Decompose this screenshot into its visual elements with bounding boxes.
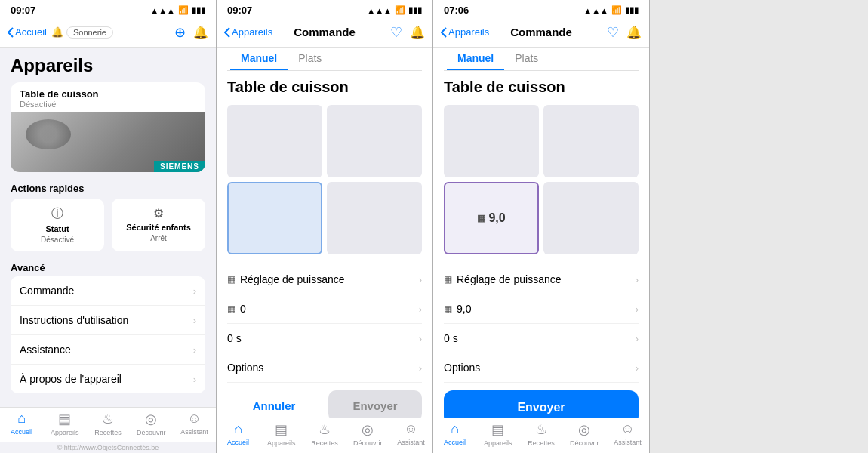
tab-manuel-3[interactable]: Manuel	[447, 48, 504, 70]
options-label-2: Options	[227, 362, 263, 374]
tab-label-recettes-3: Recettes	[528, 439, 555, 447]
back-button-1[interactable]: Accueil	[8, 26, 47, 38]
puissance-label-2: Réglage de puissance	[240, 273, 345, 285]
envoyer-button-2[interactable]: Envoyer	[328, 390, 422, 418]
tab-accueil-2[interactable]: ⌂ Accueil	[217, 421, 260, 447]
tab-decouvrir-1[interactable]: ◎ Découvrir	[130, 411, 173, 436]
info-row-options-2[interactable]: Options ›	[227, 353, 422, 383]
appareils-icon-3: ▤	[491, 421, 504, 438]
device-card-1[interactable]: Table de cuisson Désactivé SIEMENS	[11, 82, 205, 172]
recettes-icon-1: ♨	[102, 411, 114, 427]
status-time-1: 09:07	[11, 5, 35, 16]
value-label-2: 0	[240, 303, 246, 315]
tab-label-accueil-3: Accueil	[444, 439, 466, 446]
securite-icon: ⚙	[153, 206, 164, 220]
info-row-options-3[interactable]: Options ›	[444, 353, 639, 383]
value-label-3: 9,0	[457, 303, 471, 315]
tab-bar-2: ⌂ Accueil ▤ Appareils ♨ Recettes ◎ Décou…	[217, 418, 432, 453]
chevron-options-3: ›	[636, 362, 639, 374]
row-left-puissance-2: ▦ Réglage de puissance	[227, 273, 345, 285]
bell-icon-2[interactable]: 🔔	[410, 25, 425, 39]
info-row-time-2[interactable]: 0 s ›	[227, 324, 422, 353]
tab-assistant-1[interactable]: ☺ Assistant	[173, 411, 216, 436]
heart-icon-2[interactable]: ♡	[390, 24, 402, 41]
list-row-commande[interactable]: Commande ›	[11, 276, 205, 306]
statut-value: Désactivé	[41, 236, 74, 244]
back-button-3[interactable]: Appareils	[441, 26, 489, 38]
info-row-value-2[interactable]: ▦ 0 ›	[227, 294, 422, 324]
tab-appareils-3[interactable]: ▤ Appareils	[476, 421, 519, 447]
list-row-apropos[interactable]: À propos de l'appareil ›	[11, 365, 205, 393]
decouvrir-icon-2: ◎	[362, 421, 374, 438]
tab-recettes-2[interactable]: ♨ Recettes	[303, 421, 346, 447]
tab-decouvrir-2[interactable]: ◎ Découvrir	[346, 421, 389, 447]
envoyer-button-3[interactable]: Envoyer	[444, 390, 639, 418]
nav-icons-right-2: ♡ 🔔	[390, 24, 425, 41]
add-icon-1[interactable]: ⊕	[174, 24, 186, 41]
pan-visual	[26, 119, 71, 149]
tab-manuel-2[interactable]: Manuel	[230, 48, 288, 70]
tab-plats-3[interactable]: Plats	[504, 48, 549, 70]
bell-icon-3[interactable]: 🔔	[626, 25, 642, 39]
list-row-instructions[interactable]: Instructions d'utilisation ›	[11, 306, 205, 335]
nav-bar-3: Appareils Commande ♡ 🔔	[433, 19, 649, 48]
burner-bottom-left-2[interactable]	[227, 182, 322, 254]
action-securite[interactable]: ⚙ Sécurité enfants Arrêt	[112, 199, 205, 251]
bar-icon-puissance-3: ▦	[444, 274, 452, 285]
burner-top-right-2[interactable]	[327, 105, 422, 177]
section-title-2: Table de cuisson	[227, 79, 422, 96]
info-row-value-3[interactable]: ▦ 9,0 ›	[444, 294, 639, 324]
panel3-content: Manuel Plats Table de cuisson ▦ 9,0 ▦ Ré…	[433, 48, 649, 418]
tab-recettes-1[interactable]: ♨ Recettes	[86, 411, 129, 436]
tab-label-recettes-1: Recettes	[94, 429, 122, 436]
heart-icon-3[interactable]: ♡	[607, 24, 619, 41]
tab-appareils-1[interactable]: ▤ Appareils	[43, 411, 86, 436]
annuler-button-2[interactable]: Annuler	[227, 390, 321, 418]
burner-grid-3: ▦ 9,0	[444, 105, 639, 254]
avance-label: Avancé	[11, 262, 205, 273]
burner-bottom-right-3[interactable]	[543, 182, 639, 254]
tab-row-3: Manuel Plats	[444, 48, 639, 71]
tab-bar-1: ⌂ Accueil ▤ Appareils ♨ Recettes ◎ Décou…	[0, 407, 216, 442]
tab-assistant-3[interactable]: ☺ Assistant	[606, 421, 649, 447]
nav-title-3: Commande	[510, 26, 572, 39]
row-left-value-2: ▦ 0	[227, 303, 246, 315]
row-left-value-3: ▦ 9,0	[444, 303, 471, 315]
device-card-header: Table de cuisson Désactivé	[11, 82, 205, 112]
commande-label: Commande	[20, 285, 74, 297]
tab-accueil-1[interactable]: ⌂ Accueil	[0, 411, 43, 436]
burner-bottom-right-2[interactable]	[327, 182, 422, 254]
info-row-puissance-3[interactable]: ▦ Réglage de puissance ›	[444, 265, 639, 294]
assistant-icon-2: ☺	[404, 421, 417, 437]
tab-recettes-3[interactable]: ♨ Recettes	[519, 421, 562, 447]
chevron-instructions: ›	[193, 315, 196, 326]
info-row-time-3[interactable]: 0 s ›	[444, 324, 639, 353]
action-statut[interactable]: ⓘ Statut Désactivé	[11, 199, 104, 251]
back-button-2[interactable]: Appareils	[224, 26, 272, 38]
burner-top-left-2[interactable]	[227, 105, 322, 177]
decouvrir-icon-3: ◎	[578, 421, 590, 438]
status-icons-1: ▲▲▲ 📶 ▮▮▮	[150, 5, 205, 15]
chevron-value-2: ›	[419, 304, 422, 315]
burner-bottom-left-3[interactable]: ▦ 9,0	[444, 182, 539, 254]
list-row-assistance[interactable]: Assistance ›	[11, 335, 205, 365]
tab-appareils-2[interactable]: ▤ Appareils	[260, 421, 303, 447]
burner-top-right-3[interactable]	[543, 105, 639, 177]
assistant-icon-1: ☺	[187, 411, 201, 427]
avance-list: Commande › Instructions d'utilisation › …	[11, 276, 205, 393]
tab-decouvrir-3[interactable]: ◎ Découvrir	[563, 421, 606, 447]
tab-plats-2[interactable]: Plats	[288, 48, 332, 70]
tab-accueil-3[interactable]: ⌂ Accueil	[433, 421, 476, 447]
signal-icon-2: ▲▲▲	[367, 6, 392, 15]
footer-credit: © http://www.ObjetsConnectés.be	[0, 442, 216, 453]
info-row-puissance-2[interactable]: ▦ Réglage de puissance ›	[227, 265, 422, 294]
chevron-time-2: ›	[419, 333, 422, 344]
bell-right-icon-1[interactable]: 🔔	[193, 25, 208, 39]
sonnerie-pill[interactable]: Sonnerie	[66, 26, 113, 39]
battery-icon-2: ▮▮▮	[408, 5, 422, 15]
assistance-label: Assistance	[20, 344, 71, 356]
tab-assistant-2[interactable]: ☺ Assistant	[389, 421, 432, 447]
recettes-icon-3: ♨	[535, 421, 547, 438]
panel1-content: Appareils Table de cuisson Désactivé SIE…	[0, 48, 216, 407]
burner-top-left-3[interactable]	[444, 105, 539, 177]
